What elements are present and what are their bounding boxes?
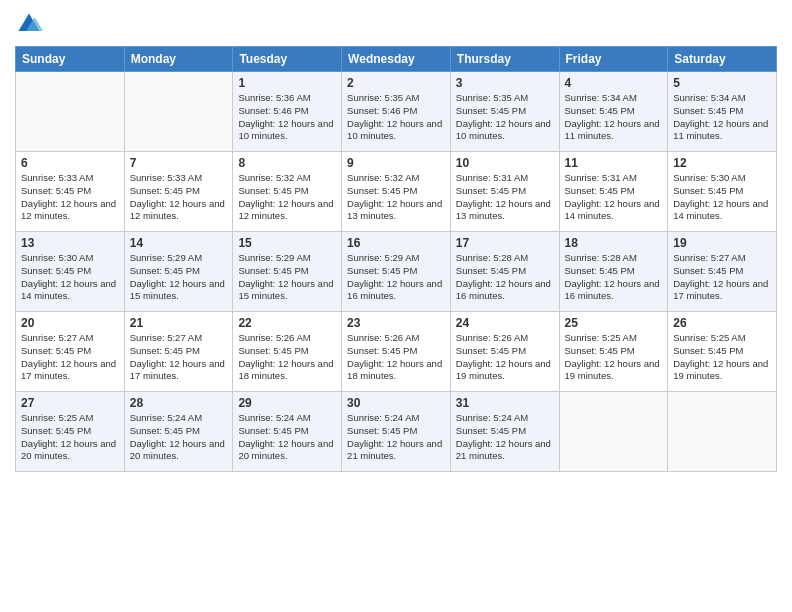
calendar-week-row: 13Sunrise: 5:30 AM Sunset: 5:45 PM Dayli… bbox=[16, 232, 777, 312]
calendar-cell: 15Sunrise: 5:29 AM Sunset: 5:45 PM Dayli… bbox=[233, 232, 342, 312]
day-info: Sunrise: 5:29 AM Sunset: 5:45 PM Dayligh… bbox=[347, 252, 445, 303]
day-info: Sunrise: 5:30 AM Sunset: 5:45 PM Dayligh… bbox=[21, 252, 119, 303]
day-number: 12 bbox=[673, 156, 771, 170]
day-number: 21 bbox=[130, 316, 228, 330]
calendar-cell: 20Sunrise: 5:27 AM Sunset: 5:45 PM Dayli… bbox=[16, 312, 125, 392]
day-info: Sunrise: 5:27 AM Sunset: 5:45 PM Dayligh… bbox=[21, 332, 119, 383]
calendar-cell: 11Sunrise: 5:31 AM Sunset: 5:45 PM Dayli… bbox=[559, 152, 668, 232]
day-info: Sunrise: 5:24 AM Sunset: 5:45 PM Dayligh… bbox=[238, 412, 336, 463]
day-info: Sunrise: 5:26 AM Sunset: 5:45 PM Dayligh… bbox=[456, 332, 554, 383]
calendar-cell: 12Sunrise: 5:30 AM Sunset: 5:45 PM Dayli… bbox=[668, 152, 777, 232]
day-info: Sunrise: 5:29 AM Sunset: 5:45 PM Dayligh… bbox=[130, 252, 228, 303]
day-number: 27 bbox=[21, 396, 119, 410]
calendar-week-row: 6Sunrise: 5:33 AM Sunset: 5:45 PM Daylig… bbox=[16, 152, 777, 232]
day-number: 24 bbox=[456, 316, 554, 330]
day-number: 14 bbox=[130, 236, 228, 250]
day-number: 22 bbox=[238, 316, 336, 330]
page: SundayMondayTuesdayWednesdayThursdayFrid… bbox=[0, 0, 792, 612]
day-number: 10 bbox=[456, 156, 554, 170]
day-number: 15 bbox=[238, 236, 336, 250]
day-number: 20 bbox=[21, 316, 119, 330]
day-info: Sunrise: 5:35 AM Sunset: 5:46 PM Dayligh… bbox=[347, 92, 445, 143]
logo-icon bbox=[15, 10, 43, 38]
day-number: 11 bbox=[565, 156, 663, 170]
day-info: Sunrise: 5:27 AM Sunset: 5:45 PM Dayligh… bbox=[130, 332, 228, 383]
calendar-header: SundayMondayTuesdayWednesdayThursdayFrid… bbox=[16, 47, 777, 72]
calendar-cell: 2Sunrise: 5:35 AM Sunset: 5:46 PM Daylig… bbox=[342, 72, 451, 152]
day-number: 8 bbox=[238, 156, 336, 170]
day-number: 30 bbox=[347, 396, 445, 410]
day-number: 23 bbox=[347, 316, 445, 330]
calendar-cell: 17Sunrise: 5:28 AM Sunset: 5:45 PM Dayli… bbox=[450, 232, 559, 312]
calendar-cell: 26Sunrise: 5:25 AM Sunset: 5:45 PM Dayli… bbox=[668, 312, 777, 392]
calendar-cell: 5Sunrise: 5:34 AM Sunset: 5:45 PM Daylig… bbox=[668, 72, 777, 152]
day-info: Sunrise: 5:25 AM Sunset: 5:45 PM Dayligh… bbox=[565, 332, 663, 383]
calendar-cell: 31Sunrise: 5:24 AM Sunset: 5:45 PM Dayli… bbox=[450, 392, 559, 472]
calendar-cell bbox=[559, 392, 668, 472]
day-number: 17 bbox=[456, 236, 554, 250]
day-info: Sunrise: 5:36 AM Sunset: 5:46 PM Dayligh… bbox=[238, 92, 336, 143]
calendar-cell: 28Sunrise: 5:24 AM Sunset: 5:45 PM Dayli… bbox=[124, 392, 233, 472]
calendar-cell: 13Sunrise: 5:30 AM Sunset: 5:45 PM Dayli… bbox=[16, 232, 125, 312]
day-number: 19 bbox=[673, 236, 771, 250]
day-info: Sunrise: 5:25 AM Sunset: 5:45 PM Dayligh… bbox=[21, 412, 119, 463]
day-number: 28 bbox=[130, 396, 228, 410]
calendar-cell: 22Sunrise: 5:26 AM Sunset: 5:45 PM Dayli… bbox=[233, 312, 342, 392]
day-info: Sunrise: 5:34 AM Sunset: 5:45 PM Dayligh… bbox=[565, 92, 663, 143]
calendar-cell: 7Sunrise: 5:33 AM Sunset: 5:45 PM Daylig… bbox=[124, 152, 233, 232]
weekday-header: Wednesday bbox=[342, 47, 451, 72]
calendar-cell: 29Sunrise: 5:24 AM Sunset: 5:45 PM Dayli… bbox=[233, 392, 342, 472]
day-number: 9 bbox=[347, 156, 445, 170]
calendar-cell: 4Sunrise: 5:34 AM Sunset: 5:45 PM Daylig… bbox=[559, 72, 668, 152]
calendar-body: 1Sunrise: 5:36 AM Sunset: 5:46 PM Daylig… bbox=[16, 72, 777, 472]
logo bbox=[15, 10, 46, 38]
day-number: 6 bbox=[21, 156, 119, 170]
calendar-cell: 10Sunrise: 5:31 AM Sunset: 5:45 PM Dayli… bbox=[450, 152, 559, 232]
day-info: Sunrise: 5:31 AM Sunset: 5:45 PM Dayligh… bbox=[456, 172, 554, 223]
calendar-week-row: 20Sunrise: 5:27 AM Sunset: 5:45 PM Dayli… bbox=[16, 312, 777, 392]
calendar-cell bbox=[16, 72, 125, 152]
day-info: Sunrise: 5:24 AM Sunset: 5:45 PM Dayligh… bbox=[456, 412, 554, 463]
header bbox=[15, 10, 777, 38]
calendar-cell: 14Sunrise: 5:29 AM Sunset: 5:45 PM Dayli… bbox=[124, 232, 233, 312]
calendar-cell: 19Sunrise: 5:27 AM Sunset: 5:45 PM Dayli… bbox=[668, 232, 777, 312]
day-number: 4 bbox=[565, 76, 663, 90]
calendar-week-row: 27Sunrise: 5:25 AM Sunset: 5:45 PM Dayli… bbox=[16, 392, 777, 472]
day-info: Sunrise: 5:32 AM Sunset: 5:45 PM Dayligh… bbox=[347, 172, 445, 223]
day-number: 26 bbox=[673, 316, 771, 330]
calendar-cell: 18Sunrise: 5:28 AM Sunset: 5:45 PM Dayli… bbox=[559, 232, 668, 312]
day-number: 16 bbox=[347, 236, 445, 250]
calendar-cell bbox=[124, 72, 233, 152]
calendar-cell: 27Sunrise: 5:25 AM Sunset: 5:45 PM Dayli… bbox=[16, 392, 125, 472]
day-number: 31 bbox=[456, 396, 554, 410]
weekday-header: Sunday bbox=[16, 47, 125, 72]
day-number: 18 bbox=[565, 236, 663, 250]
day-info: Sunrise: 5:31 AM Sunset: 5:45 PM Dayligh… bbox=[565, 172, 663, 223]
day-info: Sunrise: 5:30 AM Sunset: 5:45 PM Dayligh… bbox=[673, 172, 771, 223]
weekday-header: Monday bbox=[124, 47, 233, 72]
weekday-header: Friday bbox=[559, 47, 668, 72]
day-number: 3 bbox=[456, 76, 554, 90]
day-info: Sunrise: 5:33 AM Sunset: 5:45 PM Dayligh… bbox=[130, 172, 228, 223]
calendar-cell: 16Sunrise: 5:29 AM Sunset: 5:45 PM Dayli… bbox=[342, 232, 451, 312]
calendar-cell: 30Sunrise: 5:24 AM Sunset: 5:45 PM Dayli… bbox=[342, 392, 451, 472]
day-number: 2 bbox=[347, 76, 445, 90]
day-info: Sunrise: 5:27 AM Sunset: 5:45 PM Dayligh… bbox=[673, 252, 771, 303]
day-info: Sunrise: 5:35 AM Sunset: 5:45 PM Dayligh… bbox=[456, 92, 554, 143]
calendar-cell: 6Sunrise: 5:33 AM Sunset: 5:45 PM Daylig… bbox=[16, 152, 125, 232]
calendar-cell: 9Sunrise: 5:32 AM Sunset: 5:45 PM Daylig… bbox=[342, 152, 451, 232]
day-info: Sunrise: 5:28 AM Sunset: 5:45 PM Dayligh… bbox=[565, 252, 663, 303]
day-info: Sunrise: 5:34 AM Sunset: 5:45 PM Dayligh… bbox=[673, 92, 771, 143]
calendar-week-row: 1Sunrise: 5:36 AM Sunset: 5:46 PM Daylig… bbox=[16, 72, 777, 152]
day-info: Sunrise: 5:25 AM Sunset: 5:45 PM Dayligh… bbox=[673, 332, 771, 383]
calendar-cell: 1Sunrise: 5:36 AM Sunset: 5:46 PM Daylig… bbox=[233, 72, 342, 152]
day-info: Sunrise: 5:24 AM Sunset: 5:45 PM Dayligh… bbox=[130, 412, 228, 463]
weekday-header: Saturday bbox=[668, 47, 777, 72]
day-number: 7 bbox=[130, 156, 228, 170]
calendar-cell: 24Sunrise: 5:26 AM Sunset: 5:45 PM Dayli… bbox=[450, 312, 559, 392]
day-info: Sunrise: 5:32 AM Sunset: 5:45 PM Dayligh… bbox=[238, 172, 336, 223]
day-number: 5 bbox=[673, 76, 771, 90]
day-number: 25 bbox=[565, 316, 663, 330]
day-number: 1 bbox=[238, 76, 336, 90]
calendar-cell: 8Sunrise: 5:32 AM Sunset: 5:45 PM Daylig… bbox=[233, 152, 342, 232]
